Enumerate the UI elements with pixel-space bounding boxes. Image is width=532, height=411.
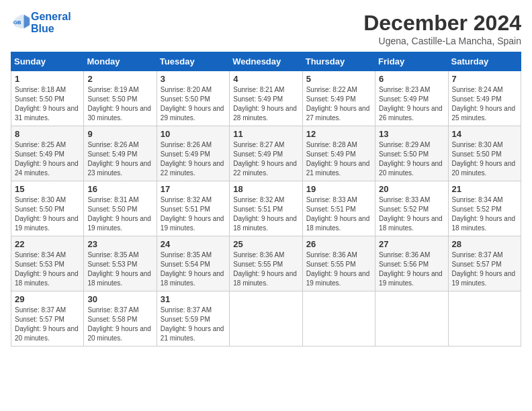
- day-number: 7: [452, 74, 517, 84]
- calendar-cell: 2Sunrise: 8:19 AMSunset: 5:50 PMDaylight…: [84, 71, 157, 126]
- day-info: Sunrise: 8:33 AMSunset: 5:52 PMDaylight:…: [379, 195, 444, 233]
- calendar-cell: 18Sunrise: 8:32 AMSunset: 5:51 PMDayligh…: [230, 181, 302, 236]
- day-number: 28: [452, 239, 517, 249]
- calendar-cell: 27Sunrise: 8:36 AMSunset: 5:56 PMDayligh…: [375, 236, 448, 291]
- day-number: 16: [87, 184, 152, 194]
- logo-icon: GB: [12, 12, 31, 31]
- weekday-header-monday: Monday: [84, 52, 157, 71]
- weekday-header-friday: Friday: [375, 52, 448, 71]
- weekday-header-saturday: Saturday: [448, 52, 521, 71]
- day-info: Sunrise: 8:23 AMSunset: 5:49 PMDaylight:…: [379, 85, 444, 123]
- day-number: 25: [233, 239, 298, 249]
- day-info: Sunrise: 8:22 AMSunset: 5:49 PMDaylight:…: [306, 85, 371, 123]
- day-number: 8: [15, 129, 80, 139]
- month-title: December 2024: [363, 11, 521, 36]
- day-number: 11: [233, 129, 298, 139]
- day-info: Sunrise: 8:24 AMSunset: 5:49 PMDaylight:…: [452, 85, 517, 123]
- day-info: Sunrise: 8:28 AMSunset: 5:49 PMDaylight:…: [306, 140, 371, 178]
- logo-line2: Blue: [31, 23, 71, 35]
- calendar-cell: 14Sunrise: 8:30 AMSunset: 5:50 PMDayligh…: [448, 126, 521, 181]
- calendar-cell: [302, 291, 375, 347]
- day-info: Sunrise: 8:32 AMSunset: 5:51 PMDaylight:…: [233, 195, 298, 233]
- calendar-header-row: SundayMondayTuesdayWednesdayThursdayFrid…: [11, 52, 521, 71]
- day-info: Sunrise: 8:34 AMSunset: 5:52 PMDaylight:…: [452, 195, 517, 233]
- calendar-cell: 9Sunrise: 8:26 AMSunset: 5:49 PMDaylight…: [84, 126, 157, 181]
- day-info: Sunrise: 8:29 AMSunset: 5:50 PMDaylight:…: [379, 140, 444, 178]
- calendar-table: SundayMondayTuesdayWednesdayThursdayFrid…: [11, 52, 521, 347]
- logo-line1: General: [31, 11, 71, 23]
- calendar-cell: 31Sunrise: 8:37 AMSunset: 5:59 PMDayligh…: [157, 291, 229, 347]
- day-number: 24: [161, 239, 226, 249]
- calendar-cell: 19Sunrise: 8:33 AMSunset: 5:51 PMDayligh…: [302, 181, 375, 236]
- day-info: Sunrise: 8:30 AMSunset: 5:50 PMDaylight:…: [15, 195, 80, 233]
- weekday-header-tuesday: Tuesday: [157, 52, 229, 71]
- day-info: Sunrise: 8:18 AMSunset: 5:50 PMDaylight:…: [15, 85, 80, 123]
- calendar-cell: 1Sunrise: 8:18 AMSunset: 5:50 PMDaylight…: [11, 71, 84, 126]
- day-number: 10: [161, 129, 226, 139]
- day-number: 26: [306, 239, 371, 249]
- calendar-cell: [375, 291, 448, 347]
- day-info: Sunrise: 8:27 AMSunset: 5:49 PMDaylight:…: [233, 140, 298, 178]
- day-number: 22: [15, 239, 80, 249]
- day-info: Sunrise: 8:26 AMSunset: 5:49 PMDaylight:…: [87, 140, 152, 178]
- day-info: Sunrise: 8:36 AMSunset: 5:55 PMDaylight:…: [233, 250, 298, 288]
- day-number: 18: [233, 184, 298, 194]
- calendar-cell: 7Sunrise: 8:24 AMSunset: 5:49 PMDaylight…: [448, 71, 521, 126]
- day-info: Sunrise: 8:35 AMSunset: 5:54 PMDaylight:…: [161, 250, 226, 288]
- day-info: Sunrise: 8:35 AMSunset: 5:53 PMDaylight:…: [87, 250, 152, 288]
- calendar-cell: 10Sunrise: 8:26 AMSunset: 5:49 PMDayligh…: [157, 126, 229, 181]
- calendar-cell: [230, 291, 302, 347]
- calendar-cell: 24Sunrise: 8:35 AMSunset: 5:54 PMDayligh…: [157, 236, 229, 291]
- calendar-cell: 11Sunrise: 8:27 AMSunset: 5:49 PMDayligh…: [230, 126, 302, 181]
- calendar-cell: 16Sunrise: 8:31 AMSunset: 5:50 PMDayligh…: [84, 181, 157, 236]
- day-info: Sunrise: 8:36 AMSunset: 5:56 PMDaylight:…: [379, 250, 444, 288]
- day-number: 6: [379, 74, 444, 84]
- calendar-cell: 25Sunrise: 8:36 AMSunset: 5:55 PMDayligh…: [230, 236, 302, 291]
- calendar-cell: 29Sunrise: 8:37 AMSunset: 5:57 PMDayligh…: [11, 291, 84, 347]
- day-number: 2: [87, 74, 152, 84]
- logo: GB General Blue: [11, 11, 71, 34]
- calendar-cell: 23Sunrise: 8:35 AMSunset: 5:53 PMDayligh…: [84, 236, 157, 291]
- day-info: Sunrise: 8:32 AMSunset: 5:51 PMDaylight:…: [161, 195, 226, 233]
- day-number: 15: [15, 184, 80, 194]
- calendar-cell: 28Sunrise: 8:37 AMSunset: 5:57 PMDayligh…: [448, 236, 521, 291]
- calendar-cell: 5Sunrise: 8:22 AMSunset: 5:49 PMDaylight…: [302, 71, 375, 126]
- title-block: December 2024 Ugena, Castille-La Mancha,…: [363, 11, 521, 46]
- day-info: Sunrise: 8:20 AMSunset: 5:50 PMDaylight:…: [161, 85, 226, 123]
- calendar-cell: [448, 291, 521, 347]
- day-info: Sunrise: 8:30 AMSunset: 5:50 PMDaylight:…: [452, 140, 517, 178]
- day-info: Sunrise: 8:37 AMSunset: 5:57 PMDaylight:…: [452, 250, 517, 288]
- day-number: 4: [233, 74, 298, 84]
- calendar-week-row: 8Sunrise: 8:25 AMSunset: 5:49 PMDaylight…: [11, 126, 521, 181]
- calendar-cell: 21Sunrise: 8:34 AMSunset: 5:52 PMDayligh…: [448, 181, 521, 236]
- calendar-cell: 15Sunrise: 8:30 AMSunset: 5:50 PMDayligh…: [11, 181, 84, 236]
- day-number: 20: [379, 184, 444, 194]
- day-info: Sunrise: 8:37 AMSunset: 5:59 PMDaylight:…: [161, 306, 226, 343]
- day-info: Sunrise: 8:25 AMSunset: 5:49 PMDaylight:…: [15, 140, 80, 178]
- svg-marker-1: [24, 14, 30, 28]
- day-info: Sunrise: 8:37 AMSunset: 5:57 PMDaylight:…: [15, 306, 80, 343]
- day-number: 19: [306, 184, 371, 194]
- calendar-week-row: 15Sunrise: 8:30 AMSunset: 5:50 PMDayligh…: [11, 181, 521, 236]
- calendar-cell: 26Sunrise: 8:36 AMSunset: 5:55 PMDayligh…: [302, 236, 375, 291]
- day-number: 27: [379, 239, 444, 249]
- calendar-cell: 8Sunrise: 8:25 AMSunset: 5:49 PMDaylight…: [11, 126, 84, 181]
- day-info: Sunrise: 8:26 AMSunset: 5:49 PMDaylight:…: [161, 140, 226, 178]
- calendar-cell: 6Sunrise: 8:23 AMSunset: 5:49 PMDaylight…: [375, 71, 448, 126]
- day-info: Sunrise: 8:19 AMSunset: 5:50 PMDaylight:…: [87, 85, 152, 123]
- day-info: Sunrise: 8:34 AMSunset: 5:53 PMDaylight:…: [15, 250, 80, 288]
- day-number: 21: [452, 184, 517, 194]
- day-number: 1: [15, 74, 80, 84]
- day-info: Sunrise: 8:36 AMSunset: 5:55 PMDaylight:…: [306, 250, 371, 288]
- calendar-cell: 17Sunrise: 8:32 AMSunset: 5:51 PMDayligh…: [157, 181, 229, 236]
- day-number: 17: [161, 184, 226, 194]
- calendar-cell: 4Sunrise: 8:21 AMSunset: 5:49 PMDaylight…: [230, 71, 302, 126]
- day-number: 12: [306, 129, 371, 139]
- day-number: 13: [379, 129, 444, 139]
- day-info: Sunrise: 8:31 AMSunset: 5:50 PMDaylight:…: [87, 195, 152, 233]
- weekday-header-wednesday: Wednesday: [230, 52, 302, 71]
- calendar-cell: 3Sunrise: 8:20 AMSunset: 5:50 PMDaylight…: [157, 71, 229, 126]
- day-number: 31: [161, 294, 226, 304]
- day-number: 23: [87, 239, 152, 249]
- calendar-week-row: 22Sunrise: 8:34 AMSunset: 5:53 PMDayligh…: [11, 236, 521, 291]
